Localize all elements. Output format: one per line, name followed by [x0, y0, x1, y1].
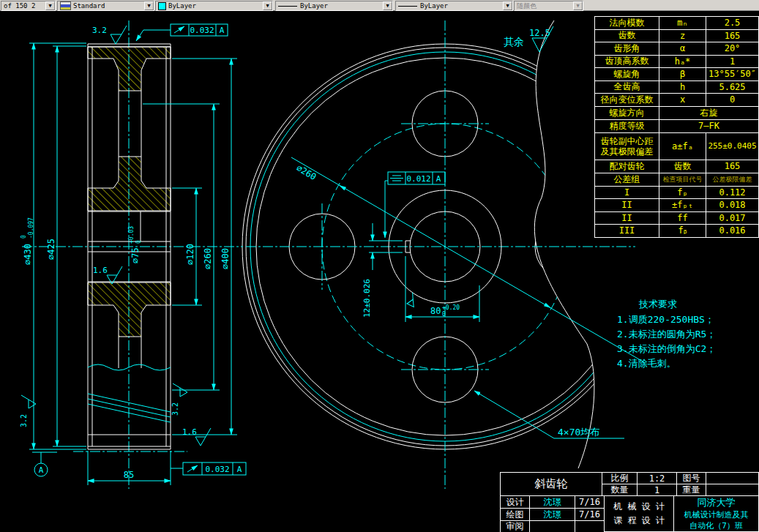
- chevron-down-icon[interactable]: ▼: [503, 1, 512, 10]
- param-value: 7—FK: [659, 120, 759, 133]
- section-hatch: [88, 47, 171, 337]
- svg-text:0: 0: [20, 235, 27, 239]
- param-symbol: 检查项目代号: [659, 173, 706, 187]
- plotstyle-dropdown-label: 随颜色: [517, 1, 573, 11]
- param-label: II: [595, 212, 659, 225]
- svg-text:3.2: 3.2: [171, 402, 179, 416]
- param-label: I: [595, 187, 659, 200]
- draft-label: 绘图: [500, 508, 530, 521]
- svg-text:1.6: 1.6: [93, 266, 108, 275]
- qty-label: 数量: [602, 484, 638, 496]
- qty-value: 1: [637, 484, 677, 496]
- layers-icon: [60, 1, 71, 10]
- fcf-top-value: 0.032: [190, 26, 214, 35]
- dimstyle-dropdown-label: Standard: [73, 2, 144, 10]
- param-value: 0.017: [706, 212, 759, 225]
- scale-label: 比例: [602, 472, 638, 484]
- svg-text:3.2: 3.2: [20, 414, 28, 427]
- param-value: 0.112: [706, 187, 759, 200]
- tech-req-item: 1.调质220-250HBS；: [617, 312, 756, 327]
- part-name: 斜齿轮: [500, 472, 602, 496]
- roughness-marks: [21, 26, 553, 446]
- svg-text:∅120: ∅120: [185, 244, 195, 265]
- param-label: 螺旋角: [595, 68, 659, 81]
- dimstyle-dropdown[interactable]: Standard ▼: [57, 1, 154, 11]
- plotstyle-dropdown: 随颜色 ▼: [514, 1, 583, 11]
- drafter-name: 沈璟: [529, 508, 575, 521]
- school-name: 同济大学: [698, 496, 736, 509]
- weight-value: [706, 484, 759, 496]
- svg-text:85: 85: [124, 470, 134, 480]
- param-symbol: ff: [659, 212, 706, 225]
- draft-date: 7/16: [575, 508, 605, 521]
- color-dropdown[interactable]: ByLayer ▼: [155, 1, 273, 11]
- chevron-down-icon[interactable]: ▼: [383, 1, 392, 10]
- arrowhead: [339, 185, 346, 190]
- svg-text:12±0.026: 12±0.026: [362, 279, 372, 318]
- lineweight-dropdown-label: ByLayer: [420, 2, 503, 10]
- tech-req-title: 技术要求: [639, 298, 756, 311]
- scale-value: 1:2: [637, 472, 677, 484]
- svg-text:80: 80: [430, 306, 441, 316]
- param-label: II: [595, 199, 659, 212]
- chevron-down-icon[interactable]: ▼: [45, 1, 55, 10]
- param-value: 13°55′50″: [706, 68, 759, 81]
- fcf-bot-value: 0.032: [205, 465, 229, 474]
- title-block: 斜齿轮 比例 1:2 图号 数量 1 重量 设计 沈璟 7/16 绘图 沈璟 7…: [500, 472, 759, 532]
- tech-req-item: 4.清除毛刺。: [617, 356, 756, 371]
- param-symbol: ±fₚₜ: [659, 199, 706, 212]
- color-swatch-icon: [158, 2, 166, 10]
- drawing-no-value: [706, 472, 759, 484]
- param-value: 公差极限偏差: [706, 173, 759, 187]
- param-value: 5.625: [706, 81, 759, 94]
- fcf-mid-value: 0.012: [406, 174, 430, 184]
- svg-text:∅75: ∅75: [130, 247, 141, 263]
- svg-text:∅425: ∅425: [46, 239, 56, 260]
- fcf-bot-datum: A: [237, 465, 242, 474]
- param-label: 齿形角: [595, 42, 659, 56]
- datum-a-symbol: [32, 452, 57, 476]
- param-symbol: hₐ*: [659, 56, 706, 69]
- param-value: 255±0.0405: [706, 133, 759, 160]
- lineweight-dropdown[interactable]: ByLayer ▼: [395, 1, 513, 11]
- param-label: III: [595, 225, 659, 238]
- svg-text:+0.03: +0.03: [128, 226, 135, 244]
- param-label: 齿轮副中心距 及其极限偏差: [595, 133, 659, 160]
- layer-dropdown[interactable]: of 150 2 ▼: [1, 1, 56, 11]
- qiyu-label: 其余: [504, 36, 524, 48]
- svg-text:0: 0: [442, 311, 446, 318]
- roughness-texts: 其余 12.5 3.2 1.6 1.6 3.2 3.2: [20, 26, 550, 437]
- param-symbol: α: [659, 42, 706, 56]
- param-label: 公差组: [595, 173, 659, 187]
- chevron-down-icon[interactable]: ▼: [144, 1, 154, 10]
- linetype-dropdown-label: ByLayer: [300, 2, 383, 10]
- datum-a-label: A: [39, 465, 44, 475]
- linetype-sample-icon: [278, 6, 297, 7]
- class-line1: 机械设计制造及其: [684, 509, 749, 520]
- course-name: 机 械 设 计 课 程 设 计: [604, 495, 674, 532]
- fcf-top-datum: A: [220, 26, 225, 35]
- technical-requirements: 技术要求 1.调质220-250HBS； 2.未标注的圆角为R5； 3.未标注的…: [617, 298, 756, 371]
- design-label: 设计: [500, 495, 530, 509]
- linetype-dropdown[interactable]: ByLayer ▼: [275, 1, 393, 11]
- weight-label: 重量: [676, 484, 706, 496]
- svg-text:12.5: 12.5: [529, 28, 550, 38]
- review-label: 审阅: [500, 520, 530, 532]
- school-class: 同济大学 机械设计制造及其 自动化（7）班: [673, 495, 759, 532]
- design-date: 7/16: [575, 495, 605, 509]
- param-value: 0.016: [706, 225, 759, 238]
- param-symbol: a±fₐ: [659, 133, 706, 160]
- chevron-down-icon[interactable]: ▼: [263, 1, 272, 10]
- param-value: 165: [706, 30, 759, 43]
- param-value: 1: [706, 56, 759, 69]
- svg-text:+0.20: +0.20: [442, 304, 460, 311]
- svg-text:∅430: ∅430: [23, 244, 33, 265]
- param-value: 右旋: [659, 107, 759, 120]
- fcf-mid-datum: A: [436, 174, 441, 184]
- param-symbol: h: [659, 81, 706, 94]
- param-symbol: β: [659, 68, 706, 81]
- review-name: [529, 520, 575, 532]
- param-label: 齿数: [595, 30, 659, 43]
- class-line2: 自动化（7）班: [689, 520, 743, 531]
- param-label: 全齿高: [595, 81, 659, 94]
